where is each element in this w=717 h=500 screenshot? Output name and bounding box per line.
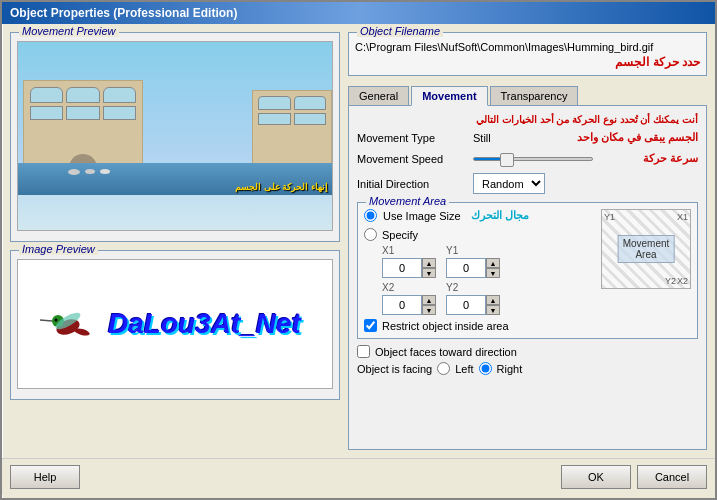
y1-spin-up[interactable]: ▲ <box>486 258 500 268</box>
x1-spin-down[interactable]: ▼ <box>422 268 436 278</box>
direction-select[interactable]: Random <box>473 173 545 194</box>
speed-slider[interactable] <box>473 157 593 161</box>
window-arch <box>66 87 99 103</box>
x1-input[interactable] <box>382 258 422 278</box>
y2-spin-down[interactable]: ▼ <box>486 305 500 315</box>
filename-text: C:\Program Files\NufSoft\Common\Images\H… <box>355 39 700 55</box>
faces-row: Object faces toward direction <box>357 345 698 358</box>
movement-preview-label: Movement Preview <box>19 25 119 37</box>
windows-grid <box>24 81 142 126</box>
area-x2-label: X2 <box>677 276 688 286</box>
bottom-bar: Help OK Cancel <box>2 458 715 495</box>
y2-spinner[interactable]: ▲ ▼ <box>486 295 500 315</box>
window-title: Object Properties (Professional Edition) <box>10 6 237 20</box>
y1-group: Y1 ▲ ▼ <box>446 245 500 278</box>
x2-input[interactable] <box>382 295 422 315</box>
coords-row2: X2 ▲ ▼ <box>382 282 595 315</box>
image-preview-label: Image Preview <box>19 243 98 255</box>
bird <box>85 169 95 174</box>
movement-type-label: Movement Type <box>357 132 467 144</box>
arabic-movement-area: مجال التحرك <box>471 209 529 222</box>
restrict-label: Restrict object inside area <box>382 320 509 332</box>
ok-button[interactable]: OK <box>561 465 631 489</box>
tab-transparency[interactable]: Transparency <box>490 86 579 105</box>
movement-area-inner: Use Image Size مجال التحرك Specify <box>364 209 691 332</box>
tab-movement[interactable]: Movement <box>411 86 487 106</box>
faces-checkbox[interactable] <box>357 345 370 358</box>
facing-label: Object is facing <box>357 363 432 375</box>
x2-input-group: ▲ ▼ <box>382 295 436 315</box>
window-rect <box>103 106 136 120</box>
hummingbird-image <box>38 299 98 349</box>
restrict-row: Restrict object inside area <box>364 319 595 332</box>
win-r <box>294 96 327 110</box>
use-image-size-row: Use Image Size مجال التحرك <box>364 209 595 222</box>
area-preview-box: Y1 X1 MovementArea Y2 X2 <box>601 209 691 289</box>
y2-input[interactable] <box>446 295 486 315</box>
y1-input[interactable] <box>446 258 486 278</box>
x2-spin-down[interactable]: ▼ <box>422 305 436 315</box>
tab-content: أنت يمكنك أن تُحدد نوع الحركة من أحد الخ… <box>348 105 707 450</box>
preview-image: إنهاء الحركة على الجسم <box>17 41 333 231</box>
speed-slider-container[interactable] <box>473 157 593 161</box>
facing-right-radio[interactable] <box>479 362 492 375</box>
specify-radio[interactable] <box>364 228 377 241</box>
area-preview-label: MovementArea <box>618 235 675 263</box>
facing-right-label: Right <box>497 363 523 375</box>
x1-input-group: ▲ ▼ <box>382 258 436 278</box>
movement-area-left: Use Image Size مجال التحرك Specify <box>364 209 595 332</box>
x1-spinner[interactable]: ▲ ▼ <box>422 258 436 278</box>
x2-spin-up[interactable]: ▲ <box>422 295 436 305</box>
window-rect <box>66 106 99 120</box>
window-arch <box>103 87 136 103</box>
right-panel: Object Filename C:\Program Files\NufSoft… <box>348 32 707 450</box>
facing-left-radio[interactable] <box>437 362 450 375</box>
y2-group: Y2 ▲ ▼ <box>446 282 500 315</box>
y1-spinner[interactable]: ▲ ▼ <box>486 258 500 278</box>
restrict-checkbox[interactable] <box>364 319 377 332</box>
specify-row: Specify <box>364 228 595 241</box>
x2-spinner[interactable]: ▲ ▼ <box>422 295 436 315</box>
movement-type-row: Movement Type Still الجسم يبقى في مكان و… <box>357 131 698 144</box>
image-preview-content: DaLou3At_Net <box>17 259 333 389</box>
building-scene: إنهاء الحركة على الجسم <box>18 42 332 230</box>
win-r <box>258 113 291 125</box>
arabic-filename-text: حدد حركة الجسم <box>355 55 700 69</box>
cancel-button[interactable]: Cancel <box>637 465 707 489</box>
y1-label: Y1 <box>446 245 500 256</box>
windows-grid-r <box>253 91 331 130</box>
facing-row: Object is facing Left Right <box>357 362 698 375</box>
x2-label: X2 <box>382 282 436 293</box>
svg-line-2 <box>40 320 52 321</box>
arabic-overlay-text: إنهاء الحركة على الجسم <box>235 182 328 192</box>
coords-row1: X1 ▲ ▼ <box>382 245 595 278</box>
x1-spin-up[interactable]: ▲ <box>422 258 436 268</box>
scene-bg <box>18 52 332 195</box>
filename-group-title: Object Filename <box>357 25 443 37</box>
filename-group: Object Filename C:\Program Files\NufSoft… <box>348 32 707 76</box>
dalou-text: DaLou3At_Net <box>108 308 301 340</box>
x1-group: X1 ▲ ▼ <box>382 245 436 278</box>
bird <box>68 169 80 175</box>
title-bar: Object Properties (Professional Edition) <box>2 2 715 24</box>
main-window: Object Properties (Professional Edition)… <box>0 0 717 500</box>
help-button[interactable]: Help <box>10 465 80 489</box>
tab-general[interactable]: General <box>348 86 409 105</box>
left-panel: Movement Preview <box>10 32 340 450</box>
main-content: Movement Preview <box>2 24 715 458</box>
bird <box>100 169 110 174</box>
arabic-movement-type: الجسم يبقى في مكان واحد <box>577 131 698 144</box>
y2-input-group: ▲ ▼ <box>446 295 500 315</box>
y2-spin-up[interactable]: ▲ <box>486 295 500 305</box>
area-y1-label: Y1 <box>604 212 615 222</box>
movement-area-group: Movement Area Use Image Size مجال التحرك <box>357 202 698 339</box>
specify-label: Specify <box>382 229 418 241</box>
x2-group: X2 ▲ ▼ <box>382 282 436 315</box>
y1-spin-down[interactable]: ▼ <box>486 268 500 278</box>
facing-left-label: Left <box>455 363 473 375</box>
initial-direction-row: Initial Direction Random <box>357 173 698 194</box>
movement-speed-row: Movement Speed سرعة حركة <box>357 152 698 165</box>
win-r <box>294 113 327 125</box>
use-image-size-radio[interactable] <box>364 209 377 222</box>
image-preview-group: Image Preview <box>10 250 340 400</box>
